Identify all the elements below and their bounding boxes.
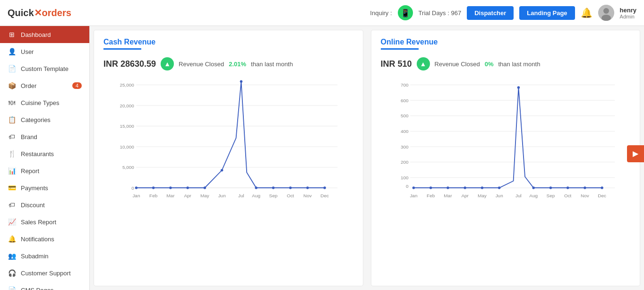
sidebar-label-cuisine-types: Cuisine Types <box>21 99 59 106</box>
sidebar-label-sales-report: Sales Report <box>21 219 56 226</box>
online-revenue-closed: Revenue Closed <box>435 61 480 68</box>
sidebar-label-brand: Brand <box>21 133 37 141</box>
sidebar-label-cms-pages: CMS Pages <box>21 287 53 290</box>
sidebar-item-order[interactable]: 📦 Order 4 <box>0 77 89 94</box>
svg-point-65 <box>584 186 586 189</box>
svg-text:May: May <box>200 193 209 198</box>
svg-point-61 <box>517 86 519 88</box>
svg-point-17 <box>169 186 172 189</box>
sidebar-item-report[interactable]: 📊 Report <box>0 162 89 179</box>
svg-point-24 <box>289 186 292 189</box>
sidebar-item-restaurants[interactable]: 🍴 Restaurants <box>0 145 89 162</box>
floating-action-button[interactable]: ▶ <box>627 145 644 162</box>
cash-revenue-title: Cash Revenue <box>103 38 353 46</box>
svg-point-20 <box>221 169 223 171</box>
sidebar-item-categories[interactable]: 📋 Categories <box>0 111 89 128</box>
online-than-text: than last month <box>498 61 540 68</box>
main-content: Cash Revenue INR 28630.59 ▲ Revenue Clos… <box>90 26 644 290</box>
svg-text:200: 200 <box>400 159 408 165</box>
svg-text:0: 0 <box>131 185 134 191</box>
svg-point-55 <box>412 186 414 189</box>
svg-text:Apr: Apr <box>184 193 191 198</box>
svg-point-18 <box>186 186 189 189</box>
svg-point-16 <box>152 186 155 189</box>
svg-text:400: 400 <box>400 129 408 134</box>
sidebar-item-dashboard[interactable]: ⊞ Dashboard <box>0 26 89 43</box>
report-icon: 📊 <box>8 167 16 175</box>
sidebar-item-cms-pages[interactable]: 📄 CMS Pages <box>0 281 89 290</box>
whatsapp-icon[interactable]: 📱 <box>398 5 413 20</box>
online-revenue-divider <box>381 48 419 50</box>
dashboard-content: Cash Revenue INR 28630.59 ▲ Revenue Clos… <box>90 26 644 290</box>
order-icon: 📦 <box>8 82 16 89</box>
logo-quick: Quick <box>8 8 34 18</box>
svg-text:Nov: Nov <box>303 193 312 198</box>
cuisine-icon: 🍽 <box>8 99 16 106</box>
trial-days: Trial Days : 967 <box>419 9 462 17</box>
svg-text:Dec: Dec <box>598 193 606 198</box>
subadmin-icon: 👥 <box>8 252 16 260</box>
svg-text:Nov: Nov <box>581 193 589 198</box>
svg-text:600: 600 <box>400 98 408 103</box>
online-revenue-row: INR 510 ▲ Revenue Closed 0% than last mo… <box>381 57 631 70</box>
bell-icon[interactable]: 🔔 <box>581 7 592 18</box>
svg-text:Mar: Mar <box>166 193 175 198</box>
sidebar-label-subadmin: Subadmin <box>21 253 49 260</box>
user-icon: 👤 <box>8 48 16 55</box>
logo-orders: orders <box>42 8 71 18</box>
sidebar-label-restaurants: Restaurants <box>21 150 54 158</box>
cash-revenue-chart: 25,000 20,000 15,000 10,000 5,000 0 <box>103 78 353 215</box>
svg-point-63 <box>549 186 551 189</box>
sidebar-item-customer-support[interactable]: 🎧 Customer Support <box>0 264 89 281</box>
svg-point-23 <box>272 186 275 189</box>
cash-revenue-closed: Revenue Closed <box>179 61 224 68</box>
svg-text:May: May <box>478 193 487 198</box>
layout: ⊞ Dashboard 👤 User 📄 Custom Template 📦 O… <box>0 26 644 290</box>
svg-text:Aug: Aug <box>529 193 538 198</box>
cash-than-text: than last month <box>251 61 293 68</box>
online-up-arrow-icon: ▲ <box>417 57 430 70</box>
online-revenue-chart: 700 600 500 400 300 200 100 0 <box>381 78 631 215</box>
sidebar-item-user[interactable]: 👤 User <box>0 43 89 60</box>
svg-point-56 <box>429 186 431 189</box>
svg-text:Jul: Jul <box>515 193 522 198</box>
cash-revenue-amount: INR 28630.59 <box>103 59 156 69</box>
cash-revenue-divider <box>103 48 141 50</box>
cms-icon: 📄 <box>8 286 16 290</box>
notifications-icon: 🔔 <box>8 235 16 243</box>
dashboard-icon: ⊞ <box>8 31 16 38</box>
svg-text:0: 0 <box>405 184 408 189</box>
landing-page-button[interactable]: Landing Page <box>519 6 575 20</box>
svg-point-60 <box>498 186 500 189</box>
svg-text:Jun: Jun <box>218 193 226 198</box>
svg-text:Jan: Jan <box>410 193 417 198</box>
template-icon: 📄 <box>8 65 16 72</box>
svg-text:300: 300 <box>400 144 408 149</box>
sidebar-item-discount[interactable]: 🏷 Discount <box>0 196 89 213</box>
sidebar-item-notifications[interactable]: 🔔 Notifications <box>0 230 89 247</box>
dispatcher-button[interactable]: Dispatcher <box>467 6 514 20</box>
sidebar-item-sales-report[interactable]: 📈 Sales Report <box>0 213 89 230</box>
sidebar-item-brand[interactable]: 🏷 Brand <box>0 128 89 145</box>
svg-text:100: 100 <box>400 175 408 180</box>
order-badge: 4 <box>72 82 82 89</box>
svg-text:Oct: Oct <box>564 193 571 198</box>
sidebar-item-subadmin[interactable]: 👥 Subadmin <box>0 247 89 264</box>
svg-text:Feb: Feb <box>427 193 435 198</box>
svg-point-64 <box>566 186 568 189</box>
logo: Quick✕orders <box>8 7 71 18</box>
cash-up-arrow-icon: ▲ <box>161 57 174 70</box>
svg-point-62 <box>532 186 534 189</box>
sidebar-item-payments[interactable]: 💳 Payments <box>0 179 89 196</box>
sidebar-label-custom-template: Custom Template <box>21 65 69 72</box>
sidebar-label-categories: Categories <box>21 116 51 123</box>
discount-icon: 🏷 <box>8 201 16 209</box>
sales-report-icon: 📈 <box>8 218 16 226</box>
online-revenue-percent: 0% <box>485 61 494 68</box>
support-icon: 🎧 <box>8 269 16 277</box>
sidebar-item-custom-template[interactable]: 📄 Custom Template <box>0 60 89 77</box>
sidebar-label-user: User <box>21 48 34 55</box>
sidebar-item-cuisine-types[interactable]: 🍽 Cuisine Types <box>0 94 89 111</box>
svg-point-25 <box>306 186 309 189</box>
sidebar-label-notifications: Notifications <box>21 236 54 243</box>
